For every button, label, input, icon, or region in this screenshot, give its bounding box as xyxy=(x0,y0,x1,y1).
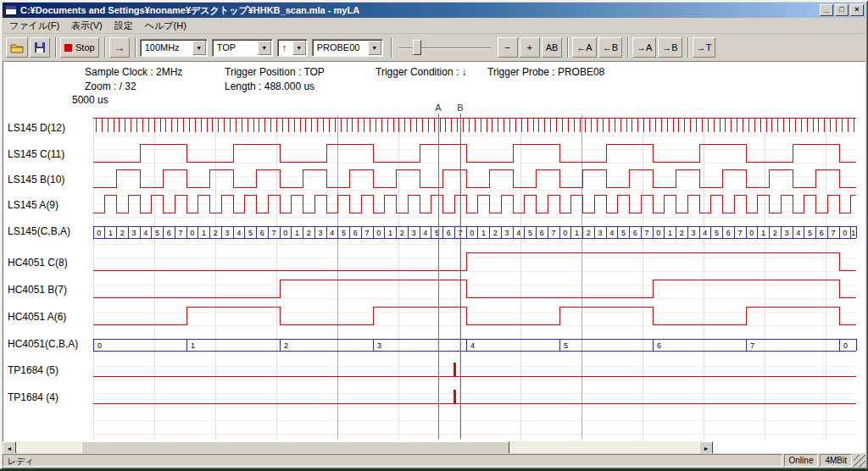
svg-text:7: 7 xyxy=(750,341,754,350)
goto-trigger-button[interactable]: →T xyxy=(693,37,716,58)
zoom-slider[interactable] xyxy=(398,37,492,58)
svg-text:5: 5 xyxy=(528,229,532,237)
svg-text:3: 3 xyxy=(785,229,789,237)
svg-text:0: 0 xyxy=(470,229,474,237)
menu-view[interactable]: 表示(V) xyxy=(65,18,108,34)
svg-text:3: 3 xyxy=(319,229,323,237)
zoom-in-button[interactable]: + xyxy=(520,37,540,58)
svg-text:4: 4 xyxy=(516,229,520,237)
goto-a-left-button[interactable]: ←A xyxy=(572,37,596,58)
svg-text:6: 6 xyxy=(353,229,358,237)
svg-text:4: 4 xyxy=(796,229,800,237)
channel-label-3: LS145 A(9) xyxy=(8,199,58,213)
waveform-client-area: Sample Clock : 2MHz Trigger Position : T… xyxy=(3,61,865,453)
svg-text:0: 0 xyxy=(97,341,102,350)
trace-6 xyxy=(93,280,856,297)
svg-text:1: 1 xyxy=(108,229,113,237)
goto-b-left-button[interactable]: ←B xyxy=(598,37,622,58)
svg-text:7: 7 xyxy=(738,229,743,237)
toolbar-separator xyxy=(55,37,57,58)
channel-label-9: TP1684 (5) xyxy=(8,364,58,378)
svg-text:2: 2 xyxy=(680,229,684,237)
trace-2 xyxy=(93,169,856,187)
trace-8: 012345670 xyxy=(93,339,856,351)
svg-text:6: 6 xyxy=(167,229,171,237)
zoom-out-button[interactable]: − xyxy=(498,37,518,58)
channel-label-0: LS145 D(12) xyxy=(8,122,65,136)
toolbar-separator xyxy=(135,37,136,58)
close-button[interactable]: × xyxy=(850,4,864,16)
menu-file[interactable]: ファイル(F) xyxy=(3,18,65,34)
info-zoom: Zoom : / 32 xyxy=(85,80,136,92)
svg-text:2: 2 xyxy=(400,229,404,237)
svg-text:4: 4 xyxy=(330,229,334,237)
trace-1 xyxy=(93,144,856,162)
svg-text:4: 4 xyxy=(143,229,147,237)
grid xyxy=(93,114,856,439)
svg-text:1: 1 xyxy=(668,229,672,237)
save-icon xyxy=(34,42,46,53)
stop-label: Stop xyxy=(75,42,95,53)
dropdown-arrow-icon[interactable]: ▼ xyxy=(192,41,206,55)
svg-text:3: 3 xyxy=(412,229,416,237)
svg-text:2: 2 xyxy=(493,229,498,237)
svg-text:B: B xyxy=(457,103,463,113)
stop-button[interactable]: Stop xyxy=(60,37,99,58)
trigger-position-value: TOP xyxy=(213,42,258,53)
minimize-button[interactable]: _ xyxy=(820,4,833,16)
svg-text:5: 5 xyxy=(808,229,812,237)
svg-text:2: 2 xyxy=(307,229,311,237)
svg-text:5: 5 xyxy=(248,229,253,237)
channel-label-5: HC4051 C(8) xyxy=(8,257,68,270)
svg-text:1: 1 xyxy=(575,229,579,237)
svg-text:0: 0 xyxy=(843,229,847,237)
maximize-button[interactable]: □ xyxy=(835,4,849,16)
sample-rate-select[interactable]: 100MHz ▼ xyxy=(140,39,208,57)
svg-text:2: 2 xyxy=(587,229,591,237)
svg-text:7: 7 xyxy=(645,229,649,237)
dropdown-arrow-icon[interactable]: ▼ xyxy=(292,41,306,55)
waveform-canvas[interactable]: 0123456701234567012345670123456701234567… xyxy=(93,102,858,439)
svg-text:0: 0 xyxy=(656,229,660,237)
channel-label-7: HC4051 A(6) xyxy=(8,311,66,324)
svg-text:0: 0 xyxy=(190,229,194,237)
trace-0 xyxy=(93,118,856,132)
toolbar-separator xyxy=(391,37,392,58)
svg-text:0: 0 xyxy=(749,229,754,237)
stop-icon xyxy=(64,44,72,52)
trigger-position-select[interactable]: TOP ▼ xyxy=(212,39,273,57)
svg-text:2: 2 xyxy=(284,341,288,350)
zoom-slider-handle[interactable] xyxy=(413,40,421,55)
svg-text:5: 5 xyxy=(564,341,568,350)
svg-text:1: 1 xyxy=(851,229,855,237)
svg-text:3: 3 xyxy=(132,229,136,237)
goto-b-right-button[interactable]: →B xyxy=(658,37,682,58)
svg-text:A: A xyxy=(435,103,442,113)
menu-help[interactable]: ヘルプ(H) xyxy=(139,18,192,34)
trigger-edge-select[interactable]: ↑ ▼ xyxy=(277,39,308,57)
trace-5 xyxy=(93,252,856,270)
svg-text:4: 4 xyxy=(609,229,614,237)
svg-text:4: 4 xyxy=(470,341,475,350)
info-sample-clock: Sample Clock : 2MHz xyxy=(85,66,182,78)
dropdown-arrow-icon[interactable]: ▼ xyxy=(258,41,271,55)
save-button[interactable] xyxy=(30,37,50,58)
status-online: Online xyxy=(784,454,819,467)
toolbar-separator xyxy=(627,37,629,58)
svg-text:7: 7 xyxy=(365,229,370,237)
status-message: レディ xyxy=(3,454,782,467)
svg-text:5: 5 xyxy=(342,229,346,237)
dropdown-arrow-icon[interactable]: ▼ xyxy=(368,41,381,55)
title-bar[interactable]: C:¥Documents and Settings¥noname¥デスクトップ¥… xyxy=(3,3,865,18)
menu-settings[interactable]: 設定 xyxy=(108,18,139,34)
svg-text:6: 6 xyxy=(657,341,661,350)
svg-text:1: 1 xyxy=(191,341,195,350)
trigger-probe-select[interactable]: PROBE00 ▼ xyxy=(312,39,383,57)
svg-text:1: 1 xyxy=(481,229,486,237)
resize-grip[interactable] xyxy=(854,455,865,467)
run-button[interactable]: → xyxy=(109,37,130,58)
channel-label-4: LS145(C,B,A) xyxy=(8,225,70,239)
goto-a-right-button[interactable]: →A xyxy=(632,37,656,58)
open-button[interactable] xyxy=(6,37,28,58)
ab-range-button[interactable]: AB xyxy=(542,37,563,58)
